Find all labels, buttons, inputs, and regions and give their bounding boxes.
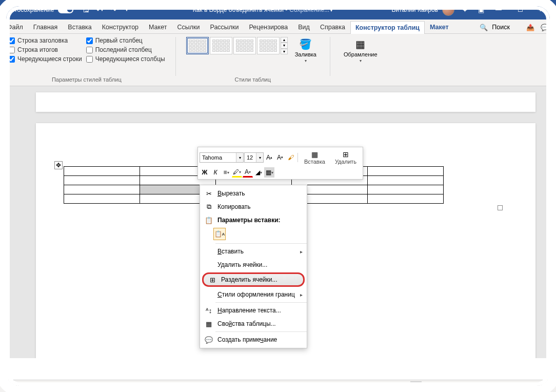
table-move-handle[interactable]: ✥ [54, 161, 63, 169]
cm-split-cells[interactable]: ⊞Разделить ячейки... [202, 272, 305, 287]
grow-font-icon[interactable]: A▴ [264, 152, 274, 163]
qat-customize[interactable]: ▾ [121, 4, 133, 16]
shading-mini-icon[interactable]: ◢▾ [253, 167, 264, 178]
save-icon[interactable]: 🖫 [80, 4, 92, 16]
tab-review[interactable]: Рецензирова [244, 21, 293, 33]
tab-view[interactable]: Вид [293, 21, 315, 33]
font-size-input[interactable] [245, 153, 256, 162]
tab-references[interactable]: Ссылки [172, 21, 205, 33]
ribbon: Строка заголовка Строка итогов Чередующи… [0, 34, 556, 86]
ribbon-display-icon[interactable]: ▣ [475, 4, 487, 16]
table-style-thumb[interactable] [186, 37, 209, 54]
first-column-checkbox[interactable]: Первый столбец [86, 37, 165, 44]
document-title: Как в Ворде объединить ячейки - [193, 6, 288, 13]
page-indicator[interactable]: Страница 4 из 4 [5, 382, 53, 390]
banded-columns-checkbox[interactable]: Чередующиеся столбцы [86, 55, 165, 63]
cm-table-properties[interactable]: ▦Свойства таблицы... [200, 317, 307, 330]
avatar[interactable] [442, 4, 454, 16]
table-style-thumb[interactable] [257, 37, 280, 54]
italic-icon[interactable]: К [210, 167, 221, 178]
tab-table-design[interactable]: Конструктор таблиц [350, 21, 425, 34]
borders-group: ▦ Обрамление▾ [337, 37, 384, 86]
align-icon[interactable]: ≡▾ [221, 167, 231, 178]
focus-mode[interactable]: ▭Фокус [356, 382, 385, 391]
undo-button[interactable]: ↶▾ [93, 4, 106, 16]
ribbon-tabs: Файл Главная Вставка Конструктор Макет С… [0, 19, 556, 34]
tab-insert[interactable]: Вставка [63, 21, 96, 33]
last-column-checkbox[interactable]: Последний столбец [86, 46, 165, 53]
cm-new-comment[interactable]: 💬Создать примечание [200, 333, 307, 346]
language-indicator[interactable]: русский [135, 382, 160, 390]
maximize-button[interactable]: ☐ [510, 3, 530, 17]
tab-home[interactable]: Главная [28, 21, 63, 33]
share-icon[interactable]: 📤 [524, 21, 537, 33]
focus-icon: ▭ [359, 383, 364, 390]
borders-button[interactable]: ▦ Обрамление▾ [341, 37, 381, 64]
spellcheck-icon[interactable]: 📖 [116, 382, 128, 391]
document-area: ✥ ▾ ▾ A▴ A▾ 🖌 ▦Вставка ⊞Удалить Ж К ≡▾ 🖊… [0, 86, 556, 358]
search-icon[interactable]: 🔍 [478, 21, 490, 33]
table-styles-group: ▴▾▾ 🪣 Заливка▾ Стили таблиц [183, 37, 323, 86]
table-resize-handle[interactable] [498, 205, 503, 210]
font-size-combo[interactable]: ▾ [244, 152, 264, 163]
font-color-icon[interactable]: A▾ [243, 167, 253, 178]
autosave-toggle[interactable] [58, 6, 73, 13]
word-count[interactable]: Число слов: 477 [61, 382, 109, 390]
status-bar: Страница 4 из 4 Число слов: 477 📖 русски… [0, 380, 556, 392]
header-row-checkbox[interactable]: Строка заголовка [8, 37, 82, 44]
cm-border-styles[interactable]: Стили оформления границ▸ [200, 288, 307, 301]
tab-layout[interactable]: Макет [144, 21, 172, 33]
cm-cut[interactable]: ✂ВВырезатьырезать [200, 187, 307, 200]
font-combo[interactable]: ▾ [200, 152, 244, 163]
gallery-down[interactable]: ▾ [281, 43, 288, 48]
tab-table-layout[interactable]: Макет [425, 21, 454, 33]
total-row-checkbox[interactable]: Строка итогов [8, 46, 82, 53]
cm-delete-cells[interactable]: Удалить ячейки... [200, 258, 307, 271]
format-painter-icon[interactable]: 🖌 [286, 152, 296, 163]
tab-design[interactable]: Конструктор [97, 21, 144, 33]
gallery-more[interactable]: ▾ [281, 49, 288, 54]
redo-button[interactable]: ↷ [107, 4, 120, 16]
gallery-up[interactable]: ▴ [281, 37, 288, 43]
highlight-icon[interactable]: 🖊▾ [232, 167, 242, 178]
user-area: Виталий Каиров ✦ ▣ [391, 4, 487, 16]
user-name: Виталий Каиров [391, 6, 438, 13]
delete-button[interactable]: ⊞Удалить [330, 149, 361, 166]
cm-paste-header: 📋Параметры вставки: [200, 213, 307, 227]
group-label-styles: Стили таблиц [235, 75, 271, 84]
cm-insert[interactable]: Вставить▸ [200, 245, 307, 258]
zoom-out-button[interactable]: − [447, 382, 455, 390]
cm-text-direction[interactable]: ᴬ↕Направление текста... [200, 304, 307, 317]
print-layout-icon[interactable]: ▤ [410, 381, 422, 391]
scissors-icon: ✂ [204, 190, 213, 198]
split-cells-icon: ⊞ [208, 276, 217, 284]
accessibility-icon[interactable]: ⓘ [167, 381, 177, 391]
banded-rows-checkbox[interactable]: Чередующиеся строки [8, 55, 82, 63]
minimize-button[interactable]: ― [488, 3, 509, 17]
collapse-ribbon-icon[interactable]: ⌃ [547, 77, 552, 84]
zoom-level[interactable]: 120 % [530, 382, 551, 390]
tab-help[interactable]: Справка [315, 21, 350, 33]
tab-mailings[interactable]: Рассылки [205, 21, 244, 33]
paste-option-default[interactable]: 📋A [213, 228, 226, 240]
comments-icon[interactable]: 💬 [539, 21, 551, 33]
tab-file[interactable]: Файл [2, 21, 28, 33]
search-label[interactable]: Поиск [492, 24, 510, 31]
borders-mini-icon[interactable]: ▦▾ [264, 167, 274, 178]
insert-button[interactable]: ▦Вставка [300, 149, 330, 166]
zoom-in-button[interactable]: + [515, 382, 523, 390]
window-title: Как в Ворде объединить ячейки - Сохранен… [133, 6, 391, 13]
shading-button[interactable]: 🪣 Заливка▾ [292, 37, 320, 64]
coming-soon-icon[interactable]: ✦ [459, 4, 471, 16]
table-style-gallery[interactable]: ▴▾▾ [186, 37, 288, 54]
zoom-slider[interactable] [462, 385, 508, 387]
web-layout-icon[interactable]: ▦ [429, 381, 440, 391]
cm-copy[interactable]: ⧉Копировать [200, 200, 307, 213]
table-style-thumb[interactable] [233, 37, 256, 54]
read-mode-icon[interactable]: 📖 [392, 381, 403, 391]
shrink-font-icon[interactable]: A▾ [275, 152, 285, 163]
font-input[interactable] [200, 153, 236, 162]
bold-icon[interactable]: Ж [200, 167, 210, 178]
close-button[interactable]: ✕ [531, 3, 552, 17]
table-style-thumb[interactable] [210, 37, 232, 54]
